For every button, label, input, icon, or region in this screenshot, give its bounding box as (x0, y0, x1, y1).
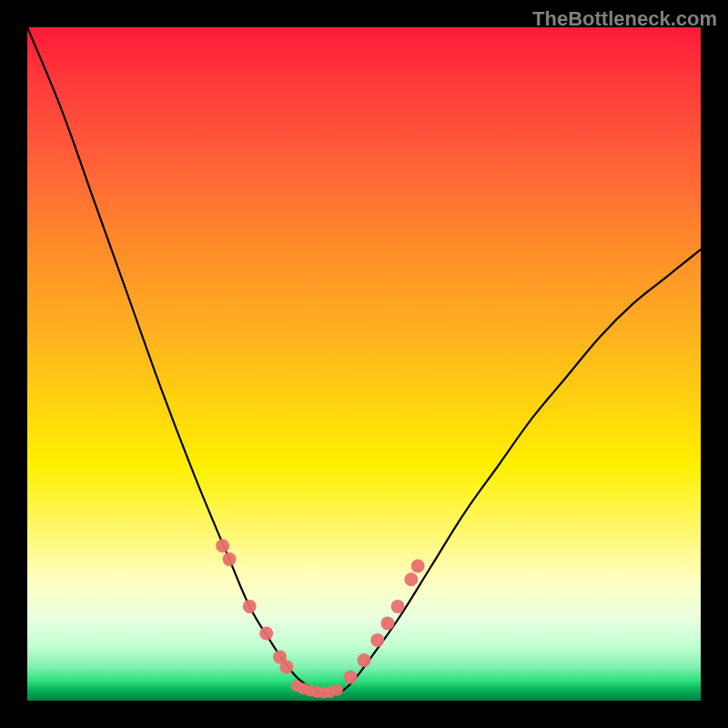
curve-marker (391, 600, 405, 613)
curve-marker (243, 600, 257, 613)
curve-marker (331, 684, 343, 696)
bottleneck-curve (27, 27, 701, 695)
chart-frame: TheBottleneck.com (0, 0, 728, 728)
markers-bottom (291, 680, 343, 698)
watermark-text: TheBottleneck.com (532, 7, 717, 31)
curve-marker (259, 627, 273, 641)
curve-marker (411, 560, 425, 573)
curve-marker (404, 572, 418, 586)
curve-marker (370, 633, 384, 647)
plot-area (27, 27, 701, 701)
curve-marker (380, 616, 394, 630)
markers-left (216, 539, 293, 673)
markers-right (344, 560, 425, 684)
bottleneck-curve-svg (27, 27, 701, 701)
curve-marker (216, 539, 229, 552)
curve-marker (358, 653, 371, 667)
curve-marker (344, 671, 358, 684)
curve-marker (279, 661, 293, 674)
curve-marker (223, 552, 237, 566)
